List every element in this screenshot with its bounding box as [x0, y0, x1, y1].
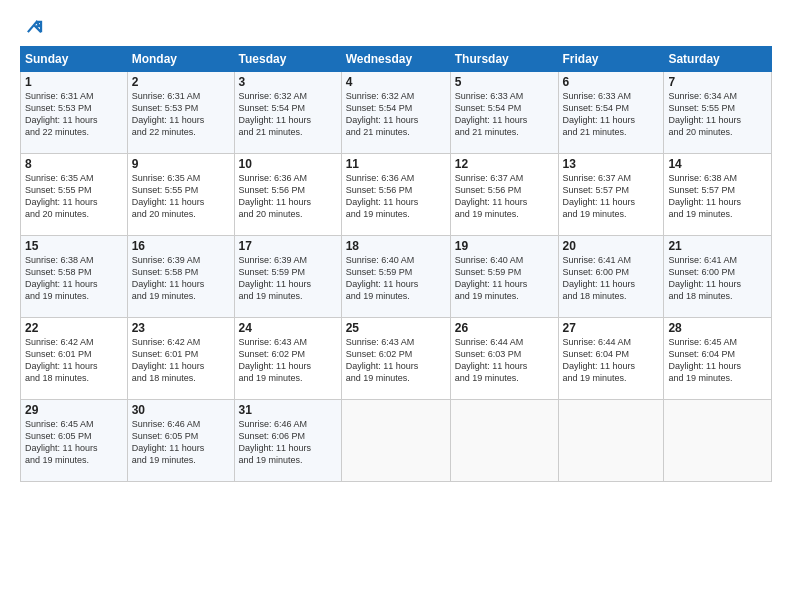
- daylight-minutes: and 18 minutes.: [668, 291, 732, 301]
- day-cell: 28 Sunrise: 6:45 AM Sunset: 6:04 PM Dayl…: [664, 318, 772, 400]
- sunset-label: Sunset: 5:53 PM: [25, 103, 92, 113]
- daylight-minutes: and 21 minutes.: [455, 127, 519, 137]
- sunset-label: Sunset: 6:00 PM: [563, 267, 630, 277]
- day-cell: 23 Sunrise: 6:42 AM Sunset: 6:01 PM Dayl…: [127, 318, 234, 400]
- day-number: 7: [668, 75, 767, 89]
- day-cell: 29 Sunrise: 6:45 AM Sunset: 6:05 PM Dayl…: [21, 400, 128, 482]
- day-number: 20: [563, 239, 660, 253]
- daylight-minutes: and 19 minutes.: [668, 209, 732, 219]
- daylight-minutes: and 19 minutes.: [132, 291, 196, 301]
- day-header-sunday: Sunday: [21, 47, 128, 72]
- sunrise-label: Sunrise: 6:36 AM: [239, 173, 308, 183]
- sunset-label: Sunset: 6:04 PM: [563, 349, 630, 359]
- daylight-minutes: and 19 minutes.: [239, 291, 303, 301]
- day-cell: 25 Sunrise: 6:43 AM Sunset: 6:02 PM Dayl…: [341, 318, 450, 400]
- day-number: 28: [668, 321, 767, 335]
- daylight-label: Daylight: 11 hours: [563, 115, 636, 125]
- daylight-minutes: and 21 minutes.: [239, 127, 303, 137]
- daylight-label: Daylight: 11 hours: [563, 197, 636, 207]
- sunset-label: Sunset: 5:55 PM: [132, 185, 199, 195]
- day-info: Sunrise: 6:40 AM Sunset: 5:59 PM Dayligh…: [346, 254, 446, 303]
- daylight-label: Daylight: 11 hours: [25, 115, 98, 125]
- day-number: 15: [25, 239, 123, 253]
- week-row-5: 29 Sunrise: 6:45 AM Sunset: 6:05 PM Dayl…: [21, 400, 772, 482]
- day-info: Sunrise: 6:39 AM Sunset: 5:59 PM Dayligh…: [239, 254, 337, 303]
- sunrise-label: Sunrise: 6:40 AM: [346, 255, 415, 265]
- day-number: 17: [239, 239, 337, 253]
- calendar-body: 1 Sunrise: 6:31 AM Sunset: 5:53 PM Dayli…: [21, 72, 772, 482]
- day-cell: 24 Sunrise: 6:43 AM Sunset: 6:02 PM Dayl…: [234, 318, 341, 400]
- day-number: 23: [132, 321, 230, 335]
- day-number: 1: [25, 75, 123, 89]
- sunset-label: Sunset: 5:57 PM: [668, 185, 735, 195]
- day-cell: 8 Sunrise: 6:35 AM Sunset: 5:55 PM Dayli…: [21, 154, 128, 236]
- day-info: Sunrise: 6:34 AM Sunset: 5:55 PM Dayligh…: [668, 90, 767, 139]
- day-header-thursday: Thursday: [450, 47, 558, 72]
- daylight-label: Daylight: 11 hours: [563, 279, 636, 289]
- daylight-minutes: and 21 minutes.: [346, 127, 410, 137]
- daylight-minutes: and 21 minutes.: [563, 127, 627, 137]
- day-cell: 18 Sunrise: 6:40 AM Sunset: 5:59 PM Dayl…: [341, 236, 450, 318]
- day-number: 27: [563, 321, 660, 335]
- sunrise-label: Sunrise: 6:36 AM: [346, 173, 415, 183]
- day-info: Sunrise: 6:43 AM Sunset: 6:02 PM Dayligh…: [239, 336, 337, 385]
- header: [20, 18, 772, 38]
- day-number: 5: [455, 75, 554, 89]
- sunrise-label: Sunrise: 6:39 AM: [239, 255, 308, 265]
- day-number: 29: [25, 403, 123, 417]
- daylight-label: Daylight: 11 hours: [668, 115, 741, 125]
- sunrise-label: Sunrise: 6:46 AM: [239, 419, 308, 429]
- daylight-label: Daylight: 11 hours: [239, 361, 312, 371]
- sunrise-label: Sunrise: 6:37 AM: [563, 173, 632, 183]
- week-row-2: 8 Sunrise: 6:35 AM Sunset: 5:55 PM Dayli…: [21, 154, 772, 236]
- day-cell: 1 Sunrise: 6:31 AM Sunset: 5:53 PM Dayli…: [21, 72, 128, 154]
- day-info: Sunrise: 6:33 AM Sunset: 5:54 PM Dayligh…: [455, 90, 554, 139]
- daylight-minutes: and 19 minutes.: [132, 455, 196, 465]
- day-number: 18: [346, 239, 446, 253]
- day-cell: 9 Sunrise: 6:35 AM Sunset: 5:55 PM Dayli…: [127, 154, 234, 236]
- daylight-minutes: and 20 minutes.: [132, 209, 196, 219]
- day-header-saturday: Saturday: [664, 47, 772, 72]
- sunset-label: Sunset: 6:06 PM: [239, 431, 306, 441]
- day-cell: 30 Sunrise: 6:46 AM Sunset: 6:05 PM Dayl…: [127, 400, 234, 482]
- day-cell: 4 Sunrise: 6:32 AM Sunset: 5:54 PM Dayli…: [341, 72, 450, 154]
- sunset-label: Sunset: 6:02 PM: [346, 349, 413, 359]
- daylight-minutes: and 20 minutes.: [25, 209, 89, 219]
- daylight-label: Daylight: 11 hours: [25, 443, 98, 453]
- day-cell: 22 Sunrise: 6:42 AM Sunset: 6:01 PM Dayl…: [21, 318, 128, 400]
- day-info: Sunrise: 6:44 AM Sunset: 6:03 PM Dayligh…: [455, 336, 554, 385]
- sunrise-label: Sunrise: 6:33 AM: [563, 91, 632, 101]
- daylight-minutes: and 19 minutes.: [563, 373, 627, 383]
- day-cell: 5 Sunrise: 6:33 AM Sunset: 5:54 PM Dayli…: [450, 72, 558, 154]
- day-info: Sunrise: 6:38 AM Sunset: 5:58 PM Dayligh…: [25, 254, 123, 303]
- day-number: 24: [239, 321, 337, 335]
- daylight-minutes: and 19 minutes.: [25, 455, 89, 465]
- daylight-label: Daylight: 11 hours: [455, 197, 528, 207]
- day-info: Sunrise: 6:32 AM Sunset: 5:54 PM Dayligh…: [239, 90, 337, 139]
- day-number: 30: [132, 403, 230, 417]
- day-info: Sunrise: 6:45 AM Sunset: 6:04 PM Dayligh…: [668, 336, 767, 385]
- day-info: Sunrise: 6:40 AM Sunset: 5:59 PM Dayligh…: [455, 254, 554, 303]
- day-number: 11: [346, 157, 446, 171]
- sunset-label: Sunset: 5:58 PM: [25, 267, 92, 277]
- day-cell: [341, 400, 450, 482]
- daylight-minutes: and 19 minutes.: [239, 455, 303, 465]
- sunrise-label: Sunrise: 6:46 AM: [132, 419, 201, 429]
- daylight-label: Daylight: 11 hours: [25, 197, 98, 207]
- daylight-label: Daylight: 11 hours: [132, 197, 205, 207]
- daylight-minutes: and 19 minutes.: [455, 373, 519, 383]
- daylight-minutes: and 22 minutes.: [132, 127, 196, 137]
- daylight-minutes: and 19 minutes.: [455, 209, 519, 219]
- daylight-label: Daylight: 11 hours: [346, 279, 419, 289]
- daylight-label: Daylight: 11 hours: [239, 443, 312, 453]
- day-number: 12: [455, 157, 554, 171]
- day-cell: 19 Sunrise: 6:40 AM Sunset: 5:59 PM Dayl…: [450, 236, 558, 318]
- sunset-label: Sunset: 5:54 PM: [455, 103, 522, 113]
- sunset-label: Sunset: 5:59 PM: [455, 267, 522, 277]
- sunrise-label: Sunrise: 6:35 AM: [25, 173, 94, 183]
- sunrise-label: Sunrise: 6:41 AM: [668, 255, 737, 265]
- day-info: Sunrise: 6:44 AM Sunset: 6:04 PM Dayligh…: [563, 336, 660, 385]
- daylight-label: Daylight: 11 hours: [455, 361, 528, 371]
- calendar-header-row: SundayMondayTuesdayWednesdayThursdayFrid…: [21, 47, 772, 72]
- daylight-label: Daylight: 11 hours: [346, 361, 419, 371]
